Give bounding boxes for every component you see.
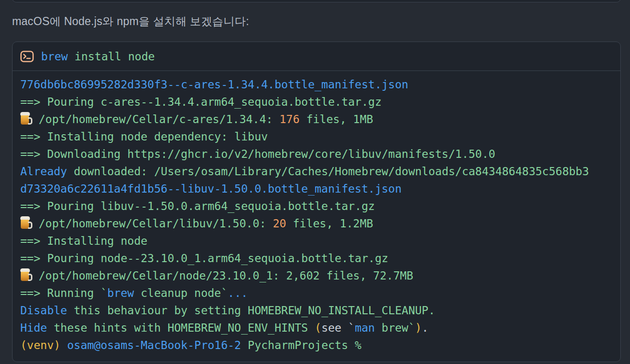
terminal-output-line: ==> Downloading https://ghcr.io/v2/homeb… [20, 145, 613, 163]
output-text-segment: ==> Installing node dependency: libuv [20, 130, 268, 143]
terminal-output-line: Hide these hints with HOMEBREW_NO_ENV_HI… [20, 319, 613, 336]
output-text-segment: /opt/homebrew/Cellar/libuv/1.50.0: [39, 217, 273, 230]
output-text-segment: ==> Running ` [20, 287, 107, 299]
terminal-output-line: ==> Pouring node--23.10.0_1.arm64_sequoi… [20, 250, 613, 267]
output-text-segment: install node [68, 50, 155, 63]
previous-code-block-bottom-edge [12, 0, 621, 2]
output-text-segment: ==> Downloading https://ghcr.io/v2/homeb… [20, 148, 495, 160]
output-text-segment: ==> Pouring c-ares--1.34.4.arm64_sequoia… [20, 96, 382, 108]
terminal-output-line: d73320a6c22611a4fd1b56--libuv-1.50.0.bot… [20, 180, 613, 197]
terminal-output-line: /opt/homebrew/Cellar/libuv/1.50.0: 20 fi… [20, 215, 613, 232]
output-text-segment: /opt/homebrew/Cellar/node/23.10.0_1: 2,6… [39, 269, 413, 282]
intro-text: macOS에 Node.js와 npm을 설치해 보겠습니다: [12, 14, 249, 29]
terminal-output-line: ==> Installing node [20, 232, 613, 250]
output-text-segment: ==> Pouring libuv--1.50.0.arm64_sequoia.… [20, 200, 375, 212]
terminal-command: brew install node [41, 50, 155, 63]
output-text-segment: /opt/homebrew/Cellar/c-ares/1.34.4: [39, 113, 280, 126]
output-text-segment: ==> Pouring node--23.10.0_1.arm64_sequoi… [20, 252, 388, 265]
output-text-segment: d73320a6c22611a4fd1b56--libuv-1.50.0.bot… [20, 182, 401, 195]
output-text-segment: osam@osams-MacBook-Pro16-2 [60, 339, 241, 351]
output-text-segment: files, 1.2MB [286, 217, 373, 230]
terminal-output-line: /opt/homebrew/Cellar/c-ares/1.34.4: 176 … [20, 111, 613, 128]
output-text-segment: brew [41, 50, 68, 63]
terminal-output-line: ==> Pouring c-ares--1.34.4.arm64_sequoia… [20, 93, 613, 111]
output-text-segment: brew [107, 287, 134, 299]
terminal-output-line: 776db6bc86995282d330f3--c-ares-1.34.4.bo… [20, 76, 613, 93]
output-text-segment: 776db6bc86995282d330f3--c-ares-1.34.4.bo… [20, 78, 408, 91]
output-text-segment: Already [20, 165, 67, 178]
output-text-segment: man [355, 322, 375, 334]
terminal-output-line: (venv) osam@osams-MacBook-Pro16-2 Pychar… [20, 336, 613, 354]
output-text-segment: these hints with HOMEBREW_NO_ENV_HINTS [47, 322, 315, 334]
output-text-segment: 20 [273, 217, 286, 230]
output-text-segment: ) [415, 322, 422, 334]
terminal-code-block: brew install node 776db6bc86995282d330f3… [12, 42, 621, 362]
beer-icon [20, 268, 33, 282]
output-text-segment: see ` [321, 322, 355, 334]
output-text-segment: ( [315, 322, 321, 334]
output-text-segment: 176 [280, 113, 300, 126]
terminal-output-line: ==> Pouring libuv--1.50.0.arm64_sequoia.… [20, 197, 613, 215]
terminal-output-line: Disable this behaviour by setting HOMEBR… [20, 302, 613, 319]
terminal-output-line: ==> Running `brew cleanup node`... [20, 284, 613, 302]
beer-icon [20, 216, 33, 230]
output-text-segment: . [422, 322, 429, 334]
terminal-output-line: /opt/homebrew/Cellar/node/23.10.0_1: 2,6… [20, 267, 613, 284]
output-text-segment: files, 1MB [300, 113, 373, 126]
output-text-segment: downloaded: /Users/osam/Library/Caches/H… [67, 165, 589, 178]
output-text-segment: PycharmProjects % [241, 339, 361, 351]
terminal-header: brew install node [13, 42, 620, 71]
terminal-output-line: ==> Installing node dependency: libuv [20, 128, 613, 145]
output-text-segment: ... [228, 287, 248, 299]
output-text-segment: Hide [20, 322, 47, 334]
output-text-segment: brew` [375, 322, 415, 334]
output-text-segment: this behaviour by setting HOMEBREW_NO_IN… [67, 304, 435, 317]
terminal-icon [20, 51, 34, 62]
output-text-segment: Disable [20, 304, 67, 317]
terminal-output: 776db6bc86995282d330f3--c-ares-1.34.4.bo… [13, 71, 620, 362]
beer-icon [20, 112, 33, 126]
output-text-segment: ==> Installing node [20, 235, 147, 247]
output-text-segment: cleanup node` [134, 287, 228, 299]
terminal-output-line: Already downloaded: /Users/osam/Library/… [20, 163, 613, 180]
output-text-segment: (venv) [20, 339, 60, 351]
